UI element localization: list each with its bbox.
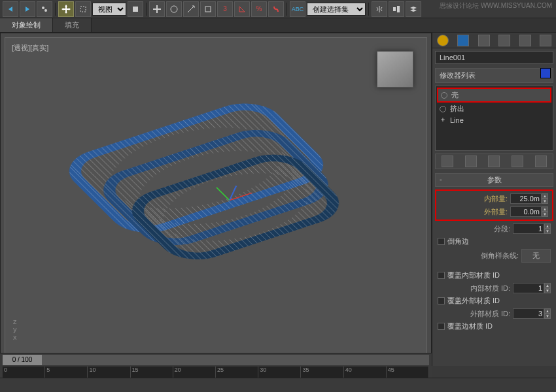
bevel-edges-checkbox[interactable] <box>438 238 445 245</box>
spinner-up-icon[interactable]: ▲ <box>542 193 548 199</box>
link-button[interactable] <box>37 1 52 17</box>
modifier-extrude[interactable]: 挤出 <box>437 103 551 115</box>
outer-amount-input[interactable] <box>510 206 542 217</box>
inner-mat-id-spinner[interactable]: ▲▼ <box>513 283 551 293</box>
inner-amount-spinner[interactable]: ▲▼ <box>510 193 548 204</box>
svg-rect-6 <box>393 7 396 11</box>
scale-tool-button[interactable] <box>183 1 199 17</box>
spinner-up-icon[interactable]: ▲ <box>544 283 551 288</box>
time-ruler[interactable]: 0 5 10 15 20 25 30 35 40 45 <box>3 367 429 378</box>
model-preview <box>38 90 394 285</box>
separator <box>146 3 147 16</box>
override-edge-mat-checkbox[interactable] <box>438 323 445 330</box>
create-tab-icon[interactable] <box>437 35 449 46</box>
redo-button[interactable] <box>20 1 35 17</box>
main-area: [透视][真实] z y x <box>0 33 556 366</box>
inner-amount-input[interactable] <box>510 193 542 204</box>
time-tick: 20 <box>173 367 216 378</box>
svg-rect-7 <box>397 6 400 12</box>
viewport-canvas[interactable]: [透视][真实] z y x <box>5 37 427 361</box>
time-tick: 0 <box>3 367 45 378</box>
segments-input[interactable] <box>513 223 544 234</box>
time-slider[interactable]: 0 / 100 <box>3 355 429 365</box>
object-name-field[interactable]: Line001 <box>435 51 553 64</box>
segments-spinner[interactable]: ▲▼ <box>513 223 551 234</box>
bevel-edges-label: 倒角边 <box>447 237 469 246</box>
pin-stack-button[interactable] <box>442 155 453 167</box>
move-tool-button[interactable] <box>149 1 165 17</box>
named-sel-button[interactable]: ABC <box>290 1 305 17</box>
ribbon-tabs: 对象绘制 填充 <box>0 18 556 33</box>
selection-filter-button[interactable] <box>128 1 143 17</box>
rotate-tool-button[interactable] <box>166 1 182 17</box>
snap-toggle-button[interactable] <box>268 1 284 17</box>
separator <box>55 3 56 16</box>
override-edge-mat-label: 覆盖边材质 ID <box>447 321 493 331</box>
outer-amount-spinner[interactable]: ▲▼ <box>510 206 548 217</box>
view-cube[interactable] <box>377 51 413 88</box>
configure-sets-button[interactable] <box>535 155 547 167</box>
override-inner-mat-label: 覆盖内部材质 ID <box>447 270 500 280</box>
layers-button[interactable] <box>406 1 421 17</box>
modifier-line[interactable]: + Line <box>437 115 551 125</box>
spinner-down-icon[interactable]: ▼ <box>544 229 551 234</box>
spinner-down-icon[interactable]: ▼ <box>542 199 548 204</box>
visibility-toggle-icon[interactable] <box>441 92 447 99</box>
remove-modifier-button[interactable] <box>512 155 523 167</box>
spinner-down-icon[interactable]: ▼ <box>544 314 551 319</box>
spinner-up-icon[interactable]: ▲ <box>542 206 548 212</box>
object-color-swatch[interactable] <box>540 68 551 78</box>
spinner-down-icon[interactable]: ▼ <box>544 288 551 293</box>
modifier-stack[interactable]: 壳 挤出 + Line <box>435 86 553 151</box>
override-outer-mat-checkbox[interactable] <box>438 297 445 304</box>
axis-indicator: z y x <box>13 318 17 341</box>
modifier-list-dropdown[interactable]: 修改器列表 <box>435 68 553 83</box>
view-dropdown[interactable]: 视图 <box>92 3 126 16</box>
undo-button[interactable] <box>3 1 18 17</box>
override-inner-mat-checkbox[interactable] <box>438 272 445 279</box>
modifier-shell[interactable]: 壳 <box>437 88 551 103</box>
spinner-up-icon[interactable]: ▲ <box>544 308 551 314</box>
spinner-up-icon[interactable]: ▲ <box>544 223 551 229</box>
highlighted-params: 内部量: ▲▼ 外部量: ▲▼ <box>435 189 553 221</box>
hierarchy-tab-icon[interactable] <box>478 35 490 46</box>
outer-amount-label: 外部量: <box>440 207 508 217</box>
command-panel: Line001 修改器列表 壳 挤出 + Line <box>432 33 556 366</box>
selection-set-dropdown[interactable]: 创建选择集 <box>307 3 366 16</box>
select-button[interactable] <box>75 1 91 17</box>
rollout-header-params[interactable]: 参数 <box>435 173 553 187</box>
time-slider-handle[interactable]: 0 / 100 <box>3 355 42 365</box>
show-end-result-button[interactable] <box>465 155 477 167</box>
svg-point-0 <box>42 7 44 9</box>
inner-mat-id-input[interactable] <box>513 283 544 293</box>
angle-snap-button[interactable] <box>234 1 250 17</box>
modifier-label: 挤出 <box>450 104 464 114</box>
viewport-label[interactable]: [透视][真实] <box>12 43 48 53</box>
time-tick: 5 <box>45 367 88 378</box>
tab-fill[interactable]: 填充 <box>53 18 92 32</box>
motion-tab-icon[interactable] <box>498 35 510 46</box>
ref-coord-button[interactable] <box>200 1 216 17</box>
percent-snap-button[interactable]: % <box>251 1 267 17</box>
timeline: 0 / 100 0 5 10 15 20 25 30 35 40 45 <box>0 353 432 378</box>
select-move-button[interactable] <box>58 1 74 17</box>
mirror-button[interactable] <box>372 1 387 17</box>
align-button[interactable] <box>389 1 404 17</box>
bevel-spline-button[interactable]: 无 <box>521 249 551 263</box>
modifier-label: 壳 <box>451 90 459 100</box>
display-tab-icon[interactable] <box>519 35 531 46</box>
svg-rect-5 <box>205 7 211 12</box>
separator <box>287 3 287 16</box>
tab-object-paint[interactable]: 对象绘制 <box>0 18 53 32</box>
outer-mat-id-input[interactable] <box>513 308 544 319</box>
modify-tab-icon[interactable] <box>457 35 469 46</box>
snap-3-button[interactable]: 3 <box>217 1 233 17</box>
svg-rect-2 <box>80 7 86 12</box>
make-unique-button[interactable] <box>488 155 500 167</box>
expand-icon[interactable]: + <box>440 117 446 123</box>
utilities-tab-icon[interactable] <box>540 35 551 46</box>
outer-mat-id-spinner[interactable]: ▲▼ <box>513 308 551 319</box>
visibility-toggle-icon[interactable] <box>440 106 446 112</box>
viewport[interactable]: [透视][真实] z y x <box>0 33 432 366</box>
spinner-down-icon[interactable]: ▼ <box>542 212 548 217</box>
